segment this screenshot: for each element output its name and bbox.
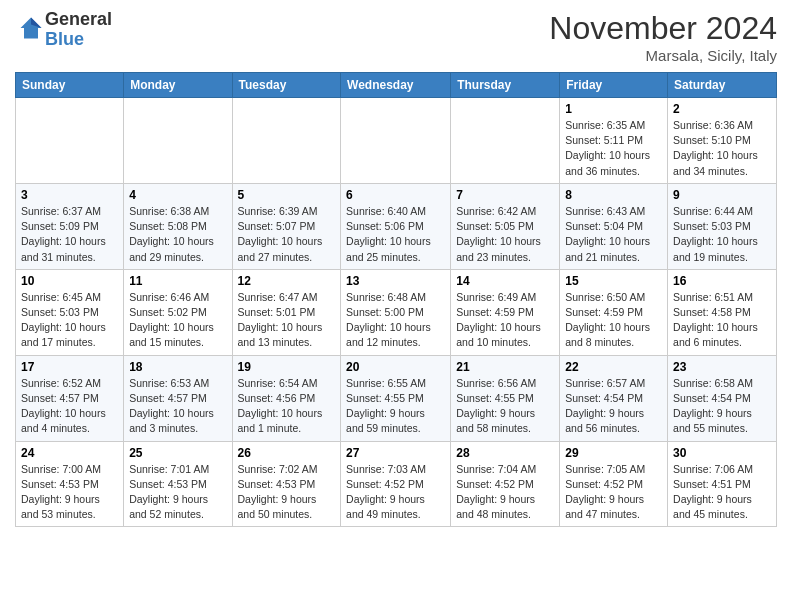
location-title: Marsala, Sicily, Italy [549,47,777,64]
day-number: 7 [456,188,554,202]
calendar-week-row: 10Sunrise: 6:45 AM Sunset: 5:03 PM Dayli… [16,269,777,355]
day-number: 2 [673,102,771,116]
calendar-cell: 5Sunrise: 6:39 AM Sunset: 5:07 PM Daylig… [232,183,341,269]
day-info: Sunrise: 6:38 AM Sunset: 5:08 PM Dayligh… [129,204,226,265]
day-info: Sunrise: 6:47 AM Sunset: 5:01 PM Dayligh… [238,290,336,351]
day-number: 20 [346,360,445,374]
weekday-header: Tuesday [232,73,341,98]
calendar-cell: 24Sunrise: 7:00 AM Sunset: 4:53 PM Dayli… [16,441,124,527]
calendar-cell: 16Sunrise: 6:51 AM Sunset: 4:58 PM Dayli… [668,269,777,355]
calendar-week-row: 3Sunrise: 6:37 AM Sunset: 5:09 PM Daylig… [16,183,777,269]
day-info: Sunrise: 6:51 AM Sunset: 4:58 PM Dayligh… [673,290,771,351]
weekday-header: Friday [560,73,668,98]
calendar-cell: 22Sunrise: 6:57 AM Sunset: 4:54 PM Dayli… [560,355,668,441]
day-info: Sunrise: 7:00 AM Sunset: 4:53 PM Dayligh… [21,462,118,523]
calendar-week-row: 17Sunrise: 6:52 AM Sunset: 4:57 PM Dayli… [16,355,777,441]
day-info: Sunrise: 6:52 AM Sunset: 4:57 PM Dayligh… [21,376,118,437]
calendar-cell: 18Sunrise: 6:53 AM Sunset: 4:57 PM Dayli… [124,355,232,441]
day-number: 30 [673,446,771,460]
day-number: 5 [238,188,336,202]
day-info: Sunrise: 7:06 AM Sunset: 4:51 PM Dayligh… [673,462,771,523]
calendar-cell: 28Sunrise: 7:04 AM Sunset: 4:52 PM Dayli… [451,441,560,527]
day-number: 21 [456,360,554,374]
day-info: Sunrise: 7:01 AM Sunset: 4:53 PM Dayligh… [129,462,226,523]
day-number: 23 [673,360,771,374]
day-info: Sunrise: 6:36 AM Sunset: 5:10 PM Dayligh… [673,118,771,179]
day-info: Sunrise: 6:45 AM Sunset: 5:03 PM Dayligh… [21,290,118,351]
day-info: Sunrise: 6:56 AM Sunset: 4:55 PM Dayligh… [456,376,554,437]
calendar-cell: 20Sunrise: 6:55 AM Sunset: 4:55 PM Dayli… [341,355,451,441]
day-number: 4 [129,188,226,202]
calendar-cell: 19Sunrise: 6:54 AM Sunset: 4:56 PM Dayli… [232,355,341,441]
day-info: Sunrise: 7:02 AM Sunset: 4:53 PM Dayligh… [238,462,336,523]
day-number: 9 [673,188,771,202]
calendar-cell: 8Sunrise: 6:43 AM Sunset: 5:04 PM Daylig… [560,183,668,269]
day-number: 3 [21,188,118,202]
calendar-header-row: SundayMondayTuesdayWednesdayThursdayFrid… [16,73,777,98]
day-number: 27 [346,446,445,460]
day-info: Sunrise: 6:48 AM Sunset: 5:00 PM Dayligh… [346,290,445,351]
header: General Blue November 2024 Marsala, Sici… [15,10,777,64]
calendar-cell: 29Sunrise: 7:05 AM Sunset: 4:52 PM Dayli… [560,441,668,527]
title-block: November 2024 Marsala, Sicily, Italy [549,10,777,64]
day-info: Sunrise: 6:55 AM Sunset: 4:55 PM Dayligh… [346,376,445,437]
calendar-cell: 2Sunrise: 6:36 AM Sunset: 5:10 PM Daylig… [668,98,777,184]
calendar-cell: 26Sunrise: 7:02 AM Sunset: 4:53 PM Dayli… [232,441,341,527]
day-info: Sunrise: 6:39 AM Sunset: 5:07 PM Dayligh… [238,204,336,265]
day-info: Sunrise: 6:50 AM Sunset: 4:59 PM Dayligh… [565,290,662,351]
weekday-header: Monday [124,73,232,98]
day-number: 1 [565,102,662,116]
logo-icon [17,14,45,42]
day-info: Sunrise: 6:43 AM Sunset: 5:04 PM Dayligh… [565,204,662,265]
calendar-cell: 17Sunrise: 6:52 AM Sunset: 4:57 PM Dayli… [16,355,124,441]
calendar-cell: 14Sunrise: 6:49 AM Sunset: 4:59 PM Dayli… [451,269,560,355]
page: General Blue November 2024 Marsala, Sici… [0,0,792,542]
day-info: Sunrise: 6:42 AM Sunset: 5:05 PM Dayligh… [456,204,554,265]
calendar-cell: 6Sunrise: 6:40 AM Sunset: 5:06 PM Daylig… [341,183,451,269]
calendar-cell: 4Sunrise: 6:38 AM Sunset: 5:08 PM Daylig… [124,183,232,269]
calendar-cell: 1Sunrise: 6:35 AM Sunset: 5:11 PM Daylig… [560,98,668,184]
calendar-cell: 23Sunrise: 6:58 AM Sunset: 4:54 PM Dayli… [668,355,777,441]
day-info: Sunrise: 6:49 AM Sunset: 4:59 PM Dayligh… [456,290,554,351]
day-number: 22 [565,360,662,374]
day-number: 13 [346,274,445,288]
calendar-cell: 27Sunrise: 7:03 AM Sunset: 4:52 PM Dayli… [341,441,451,527]
day-number: 15 [565,274,662,288]
day-info: Sunrise: 6:53 AM Sunset: 4:57 PM Dayligh… [129,376,226,437]
weekday-header: Saturday [668,73,777,98]
day-info: Sunrise: 7:04 AM Sunset: 4:52 PM Dayligh… [456,462,554,523]
day-number: 24 [21,446,118,460]
calendar-cell [16,98,124,184]
day-number: 8 [565,188,662,202]
calendar-cell: 13Sunrise: 6:48 AM Sunset: 5:00 PM Dayli… [341,269,451,355]
calendar-table: SundayMondayTuesdayWednesdayThursdayFrid… [15,72,777,527]
calendar-cell: 12Sunrise: 6:47 AM Sunset: 5:01 PM Dayli… [232,269,341,355]
day-info: Sunrise: 6:44 AM Sunset: 5:03 PM Dayligh… [673,204,771,265]
day-info: Sunrise: 6:46 AM Sunset: 5:02 PM Dayligh… [129,290,226,351]
calendar-cell: 9Sunrise: 6:44 AM Sunset: 5:03 PM Daylig… [668,183,777,269]
calendar-week-row: 24Sunrise: 7:00 AM Sunset: 4:53 PM Dayli… [16,441,777,527]
weekday-header: Wednesday [341,73,451,98]
day-info: Sunrise: 6:40 AM Sunset: 5:06 PM Dayligh… [346,204,445,265]
weekday-header: Thursday [451,73,560,98]
day-number: 11 [129,274,226,288]
day-number: 14 [456,274,554,288]
day-number: 16 [673,274,771,288]
logo-blue-text: Blue [45,29,84,49]
day-number: 10 [21,274,118,288]
day-info: Sunrise: 6:35 AM Sunset: 5:11 PM Dayligh… [565,118,662,179]
day-number: 12 [238,274,336,288]
weekday-header: Sunday [16,73,124,98]
logo-general-text: General [45,9,112,29]
calendar-cell [124,98,232,184]
day-info: Sunrise: 7:03 AM Sunset: 4:52 PM Dayligh… [346,462,445,523]
day-info: Sunrise: 6:57 AM Sunset: 4:54 PM Dayligh… [565,376,662,437]
day-info: Sunrise: 6:54 AM Sunset: 4:56 PM Dayligh… [238,376,336,437]
calendar-cell: 25Sunrise: 7:01 AM Sunset: 4:53 PM Dayli… [124,441,232,527]
day-number: 26 [238,446,336,460]
calendar-cell: 21Sunrise: 6:56 AM Sunset: 4:55 PM Dayli… [451,355,560,441]
day-number: 29 [565,446,662,460]
calendar-cell [232,98,341,184]
day-number: 25 [129,446,226,460]
day-number: 19 [238,360,336,374]
